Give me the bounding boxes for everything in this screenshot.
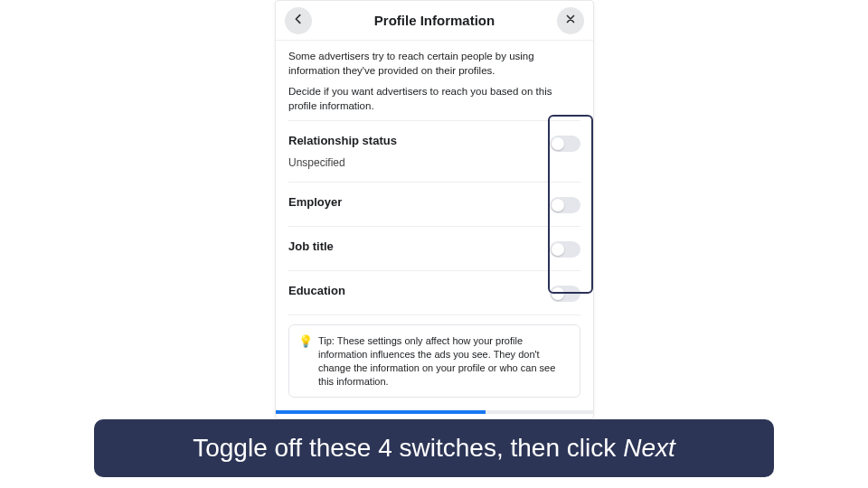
section-label: Employer: [288, 195, 342, 209]
intro-paragraph-2: Decide if you want advertisers to reach …: [288, 85, 580, 113]
section-education: Education: [288, 270, 580, 315]
section-job-title: Job title: [288, 226, 580, 270]
section-label: Education: [288, 284, 345, 297]
progress-fill: [276, 410, 486, 414]
dialog-title: Profile Information: [374, 13, 495, 28]
back-button[interactable]: [285, 7, 312, 34]
arrow-left-icon: [292, 13, 305, 29]
progress-bar: [276, 410, 593, 414]
dialog-header: Profile Information: [276, 1, 593, 41]
instruction-banner: Toggle off these 4 switches, then click …: [94, 419, 774, 477]
tip-text: Tip: These settings only affect how your…: [318, 334, 571, 388]
tip-box: 💡 Tip: These settings only affect how yo…: [288, 324, 580, 398]
section-employer: Employer: [288, 182, 580, 226]
toggle-education[interactable]: [550, 286, 580, 302]
instruction-text: Toggle off these 4 switches, then click: [193, 434, 616, 463]
section-label: Relationship status: [288, 134, 397, 147]
dialog-body: Some advertisers try to reach certain pe…: [276, 41, 593, 315]
toggle-job-title[interactable]: [550, 241, 580, 258]
section-sub: Unspecified: [288, 156, 397, 169]
close-button[interactable]: [557, 7, 584, 34]
intro-paragraph-1: Some advertisers try to reach certain pe…: [288, 50, 580, 78]
section-relationship-status: Relationship status Unspecified: [288, 120, 580, 182]
section-label: Job title: [288, 239, 334, 253]
toggle-relationship-status[interactable]: [550, 136, 580, 152]
close-icon: [564, 13, 577, 29]
instruction-action: Next: [623, 434, 675, 463]
profile-info-dialog: Profile Information Some advertisers try…: [275, 0, 594, 419]
toggle-employer[interactable]: [550, 197, 580, 213]
lightbulb-icon: 💡: [298, 335, 311, 388]
